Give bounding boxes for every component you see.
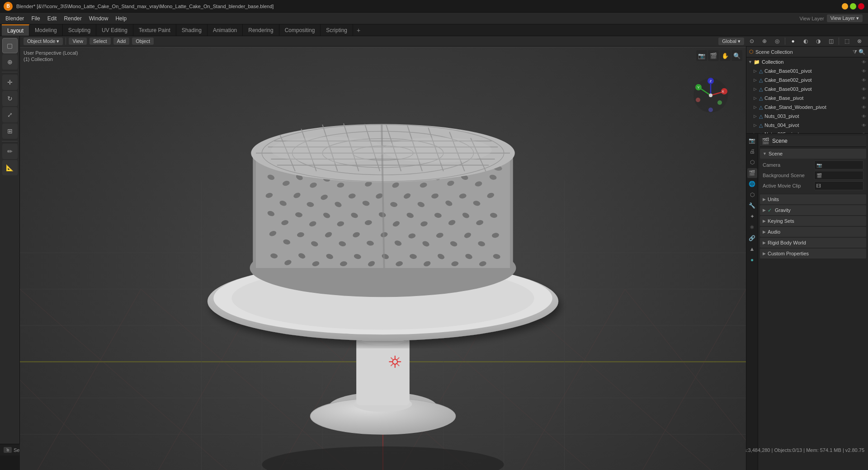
outliner-item-cake-base001[interactable]: ▷ △ Cake_Base001_pivot 👁 [746,66,868,75]
mode-selector[interactable]: Object Mode ▾ [24,38,63,45]
section-scene-header[interactable]: ▼ Scene [760,149,866,159]
menu-blender[interactable]: Blender [2,14,28,23]
section-rigid-body-header[interactable]: ▶ Rigid Body World [760,238,866,248]
gizmo-toggle[interactable]: ⊗ [854,36,864,46]
outliner-search-icon[interactable]: 🔍 [859,49,865,55]
outliner-item-nuts003[interactable]: ▷ △ Nuts_003_pivot 👁 [746,112,868,121]
section-custom-props-header[interactable]: ▶ Custom Properties [760,249,866,258]
prop-tab-material[interactable]: ● [747,255,757,265]
eye-icon-6[interactable]: 👁 [862,114,866,119]
add-workspace-button[interactable]: + [353,25,364,35]
proportional-edit[interactable]: ◎ [772,36,782,46]
outliner-item-cake-base002[interactable]: ▷ △ Cake_Base002_pivot 👁 [746,75,868,85]
tab-compositing[interactable]: Compositing [279,24,321,36]
eye-icon-5[interactable]: 👁 [862,105,866,110]
menu-render[interactable]: Render [60,14,85,23]
view-menu[interactable]: View [69,38,87,45]
select-menu[interactable]: Select [90,38,111,45]
tab-scripting[interactable]: Scripting [321,24,353,36]
prop-tab-view-layer[interactable]: ⬡ [747,157,757,167]
menu-help[interactable]: Help [112,14,130,23]
tab-texture-paint[interactable]: Texture Paint [133,24,176,36]
menu-edit[interactable]: Edit [44,14,61,23]
eye-icon-3[interactable]: 👁 [862,87,866,92]
transform-space[interactable]: Global ▾ [718,38,744,45]
outliner-item-nuts004[interactable]: ▷ △ Nuts_004_pivot 👁 [746,121,868,130]
prop-tab-output[interactable]: 🖨 [747,146,757,156]
outliner-item-cake-stand[interactable]: ▷ △ Cake_Stand_Wooden_pivot 👁 [746,103,868,112]
svg-point-192 [696,98,700,102]
maximize-button[interactable] [850,3,856,9]
viewport-render[interactable]: ◑ [813,36,823,46]
viewport-material[interactable]: ◐ [801,36,811,46]
main-layout: ▢ ⊕ ✛ ↻ ⤢ ⊞ ✏ 📐 Object Mode ▾ View Selec… [0,36,868,444]
prop-tab-render[interactable]: 📷 [747,136,757,146]
outliner-title: Scene Collection [755,49,793,55]
prop-tab-modifier[interactable]: 🔧 [747,201,757,211]
section-keying-sets-header[interactable]: ▶ Keying Sets [760,216,866,226]
viewport-xray[interactable]: ◫ [826,36,836,46]
outliner-filter-icon[interactable]: ⧩ [853,49,857,55]
viewport-3d[interactable]: User Perspective (Local) (1) Collection … [20,47,746,470]
tool-annotate[interactable]: ✏ [2,144,18,159]
view-search-icon[interactable]: 🔍 [731,50,742,61]
tab-uv-editing[interactable]: UV Editing [96,24,133,36]
section-units-header[interactable]: ▶ Units [760,194,866,204]
eye-icon-7[interactable]: 👁 [862,123,866,128]
tab-sculpting[interactable]: Sculpting [63,24,96,36]
properties-sidebar: 📷 🖨 ⬡ 🎬 🌐 ⬡ 🔧 ✦ ⚛ 🔗 ▲ ● [746,134,758,470]
outliner-item-nuts005[interactable]: ▷ △ Nuts_005_pivot 👁 [746,130,868,134]
menu-window[interactable]: Window [85,14,112,23]
prop-tab-data[interactable]: ▲ [747,244,757,254]
eye-icon-1[interactable]: 👁 [862,69,866,74]
tool-scale[interactable]: ⤢ [2,107,18,122]
tab-layout[interactable]: Layout [2,24,29,36]
view-hand-icon[interactable]: ✋ [720,50,731,61]
outliner-item-collection[interactable]: ▼ 📁 Collection 👁 [746,57,868,66]
background-scene-value[interactable]: 🎬 [814,171,863,180]
tool-rotate[interactable]: ↻ [2,91,18,106]
eye-icon-2[interactable]: 👁 [862,78,866,83]
viewport-solid[interactable]: ● [788,36,798,46]
menu-file[interactable]: File [28,14,43,23]
prop-tab-physics[interactable]: ⚛ [747,222,757,232]
tab-modeling[interactable]: Modeling [29,24,63,36]
prop-tab-world[interactable]: 🌐 [747,179,757,189]
minimize-button[interactable] [842,3,848,9]
tab-shading[interactable]: Shading [176,24,208,36]
tool-cursor[interactable]: ⊕ [2,54,18,70]
outliner-item-cake-base[interactable]: ▷ △ Cake_Base_pivot 👁 [746,94,868,103]
tool-move[interactable]: ✛ [2,75,18,90]
tab-rendering[interactable]: Rendering [243,24,279,36]
properties-area: 📷 🖨 ⬡ 🎬 🌐 ⬡ 🔧 ✦ ⚛ 🔗 ▲ ● [746,134,868,470]
transform-pivot[interactable]: ⊙ [747,36,757,46]
navigation-gizmo[interactable]: X Y Z [693,77,729,113]
add-menu[interactable]: Add [113,38,130,45]
eye-icon-4[interactable]: 👁 [862,96,866,101]
view-layer-selector[interactable]: View Layer ▾ [827,14,863,22]
section-gravity-header[interactable]: ▶ ✓ Gravity [760,205,866,215]
section-units: ▶ Units [760,194,866,204]
mouse-icon: 🖱 [4,447,12,453]
prop-tab-constraints[interactable]: 🔗 [747,233,757,243]
window-title: Blender* [&\!!\conv_3\5\Mono_Latte_Cake_… [16,4,842,9]
tab-animation[interactable]: Animation [208,24,243,36]
snap-toggle[interactable]: ⊕ [760,36,769,46]
overlays-toggle[interactable]: ⬚ [842,36,852,46]
prop-tab-scene[interactable]: 🎬 [747,168,757,178]
active-movie-clip-value[interactable]: 🎞 [814,181,863,190]
object-menu[interactable]: Object [132,38,154,45]
prop-tab-object[interactable]: ⬡ [747,190,757,200]
close-button[interactable] [858,3,864,9]
svg-point-194 [708,108,713,112]
view-camera-icon[interactable]: 📷 [696,50,707,61]
prop-tab-particles[interactable]: ✦ [747,212,757,221]
tool-select-box[interactable]: ▢ [2,38,18,53]
eye-icon[interactable]: 👁 [862,60,866,65]
tool-transform[interactable]: ⊞ [2,123,18,139]
view-render-icon[interactable]: 🎬 [708,50,719,61]
camera-value[interactable]: 📷 [814,160,863,169]
tool-measure[interactable]: 📐 [2,160,18,175]
section-audio-header[interactable]: ▶ Audio [760,227,866,237]
outliner-item-cake-base003[interactable]: ▷ △ Cake_Base003_pivot 👁 [746,85,868,94]
